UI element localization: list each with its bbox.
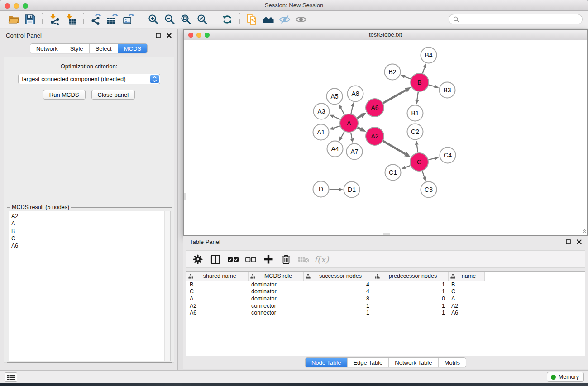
split-handle-left[interactable] xyxy=(184,193,186,200)
graph-edge-D-D1[interactable] xyxy=(329,188,343,191)
table-tab-motifs[interactable]: Motifs xyxy=(438,358,466,367)
close-panel-icon[interactable] xyxy=(577,239,582,244)
graph-node-C2[interactable]: C2 xyxy=(407,124,423,140)
graph-node-B3[interactable]: B3 xyxy=(440,82,455,98)
graph-node-A[interactable]: A xyxy=(340,114,358,132)
home-button[interactable] xyxy=(260,12,277,27)
mcds-result-list[interactable]: A2ABCA6 xyxy=(9,211,171,361)
close-panel-icon[interactable] xyxy=(167,33,172,38)
graph-edge-C-C3[interactable] xyxy=(422,171,426,181)
table-row[interactable]: A6connector11A6 xyxy=(186,310,585,317)
table-tab-edge-table[interactable]: Edge Table xyxy=(347,358,388,367)
graph-edge-A-A5[interactable] xyxy=(339,104,344,114)
graph-node-A4[interactable]: A4 xyxy=(327,141,343,157)
float-panel-icon[interactable] xyxy=(156,33,161,38)
zoom-out-button[interactable] xyxy=(162,12,178,27)
graph-edge-A-A7[interactable] xyxy=(350,133,354,143)
graph-edge-B-B1[interactable] xyxy=(415,92,419,105)
tab-style[interactable]: Style xyxy=(64,44,89,53)
graph-node-C[interactable]: C xyxy=(410,153,428,171)
zoom-in-button[interactable] xyxy=(145,12,162,27)
column-header[interactable]: name xyxy=(448,272,484,281)
tab-mcds[interactable]: MCDS xyxy=(118,44,147,53)
add-column-button[interactable] xyxy=(262,253,275,266)
graph-node-B2[interactable]: B2 xyxy=(385,64,401,80)
function-builder-button[interactable]: f(x) xyxy=(315,253,328,266)
mcds-result-item[interactable]: C xyxy=(9,235,170,242)
criterion-dropdown[interactable]: largest connected component (directed) xyxy=(18,74,160,84)
export-table-button[interactable] xyxy=(104,12,120,27)
mcds-result-item[interactable]: A xyxy=(9,220,170,227)
app-titlebar[interactable]: Session: New Session xyxy=(0,0,588,11)
network-zoom-button[interactable] xyxy=(205,33,210,38)
show-graphics-details-button[interactable] xyxy=(293,12,309,27)
close-window-button[interactable] xyxy=(5,3,10,9)
mcds-result-item[interactable]: A2 xyxy=(9,211,170,220)
column-header[interactable]: successor nodes xyxy=(303,272,373,281)
zoom-window-button[interactable] xyxy=(23,3,28,9)
graph-edge-C-C4[interactable] xyxy=(428,157,439,160)
search-box[interactable] xyxy=(449,14,583,24)
export-network-button[interactable] xyxy=(88,12,104,27)
column-header[interactable]: predecessor nodes xyxy=(373,272,448,281)
run-mcds-button[interactable]: Run MCDS xyxy=(43,90,86,100)
graph-node-A5[interactable]: A5 xyxy=(327,89,343,105)
network-from-document-button[interactable] xyxy=(244,12,260,27)
table-row[interactable]: Adominator80A xyxy=(186,295,585,303)
graph-edge-A-A2[interactable] xyxy=(358,127,366,132)
graph-edge-A-A3[interactable] xyxy=(330,115,340,119)
tab-network[interactable]: Network xyxy=(30,44,64,53)
graph-node-A7[interactable]: A7 xyxy=(347,144,363,160)
table-row[interactable]: Bdominator41B xyxy=(186,281,585,288)
graph-node-D1[interactable]: D1 xyxy=(344,182,360,198)
graph-edge-A-A1[interactable] xyxy=(330,126,340,129)
mcds-result-item[interactable]: B xyxy=(9,228,170,235)
tab-select[interactable]: Select xyxy=(89,44,118,53)
open-session-button[interactable] xyxy=(5,12,22,27)
network-minimize-button[interactable] xyxy=(196,33,201,38)
table-tab-network-table[interactable]: Network Table xyxy=(388,358,438,367)
graph-node-C3[interactable]: C3 xyxy=(421,182,437,198)
graph-edge-C-C2[interactable] xyxy=(415,140,419,152)
save-session-button[interactable] xyxy=(22,12,38,27)
select-all-button[interactable] xyxy=(226,253,240,266)
graph-node-D[interactable]: D xyxy=(313,181,329,197)
refresh-button[interactable] xyxy=(219,12,235,27)
graph-edge-A2-C[interactable] xyxy=(383,141,411,157)
show-panels-button[interactable] xyxy=(5,372,17,382)
zoom-selected-button[interactable] xyxy=(194,12,210,27)
graph-edge-B-B4[interactable] xyxy=(423,63,426,73)
close-panel-button[interactable]: Close panel xyxy=(91,90,135,100)
resize-grip-icon[interactable] xyxy=(581,227,587,235)
graph-node-A1[interactable]: A1 xyxy=(313,124,329,140)
hide-graphics-details-button[interactable] xyxy=(277,12,293,27)
column-visibility-button[interactable] xyxy=(209,253,222,266)
table-row[interactable]: Cdominator41C xyxy=(186,288,585,295)
search-input[interactable] xyxy=(461,16,578,23)
graph-edge-A-A6[interactable] xyxy=(357,113,366,118)
table-row[interactable]: A2connector11A2 xyxy=(186,303,585,310)
graph-node-A3[interactable]: A3 xyxy=(314,104,330,119)
split-handle-bottom[interactable] xyxy=(383,233,390,235)
delete-table-button[interactable] xyxy=(297,253,311,266)
table-tab-node-table[interactable]: Node Table xyxy=(306,358,347,367)
network-canvas[interactable]: B4B2BB3A5A8A6A3B1AA1C2A2A4A7C4CC1C3DD1 xyxy=(184,40,587,235)
network-close-button[interactable] xyxy=(188,33,193,38)
float-panel-icon[interactable] xyxy=(566,239,571,244)
graph-node-C1[interactable]: C1 xyxy=(385,165,401,181)
memory-button[interactable]: Memory xyxy=(547,372,584,382)
minimize-window-button[interactable] xyxy=(14,3,19,9)
graph-node-A8[interactable]: A8 xyxy=(348,86,363,102)
graph-edge-A-A8[interactable] xyxy=(351,102,354,114)
graph-edge-C-C1[interactable] xyxy=(401,166,410,169)
mcds-result-item[interactable]: A6 xyxy=(9,242,170,249)
import-table-button[interactable] xyxy=(63,12,79,27)
zoom-fit-button[interactable] xyxy=(178,12,194,27)
export-image-button[interactable] xyxy=(120,12,137,27)
graph-edge-B-B2[interactable] xyxy=(401,75,411,79)
graph-node-A2[interactable]: A2 xyxy=(366,127,384,145)
graph-node-C4[interactable]: C4 xyxy=(440,148,456,163)
graph-node-B4[interactable]: B4 xyxy=(421,48,437,63)
delete-column-button[interactable] xyxy=(279,253,293,266)
graph-edge-B-B3[interactable] xyxy=(429,85,439,88)
